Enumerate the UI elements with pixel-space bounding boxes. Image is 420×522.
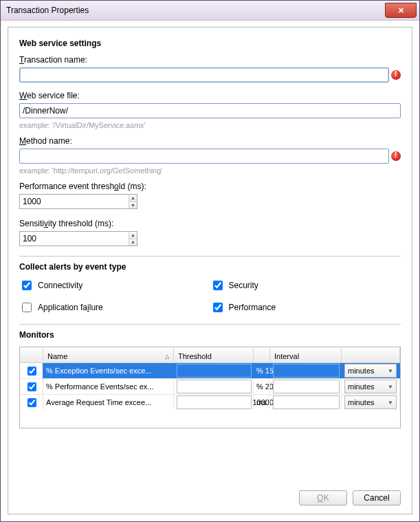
row-checkbox[interactable]: [20, 395, 43, 410]
close-button[interactable]: ✕: [385, 3, 417, 18]
chevron-down-icon: ▼: [388, 368, 393, 374]
row-checkbox[interactable]: [20, 379, 43, 394]
table-row[interactable]: Average Request Time excee...▲▼ms▲▼minut…: [20, 395, 400, 410]
section-monitors: Monitors: [19, 330, 401, 340]
table-header: Name△ Threshold Interval: [20, 347, 400, 363]
row-name: Average Request Time excee...: [43, 395, 174, 410]
chevron-up-icon[interactable]: ▲: [129, 232, 137, 239]
row-interval-unit[interactable]: minutes▼: [342, 395, 400, 410]
sensitivity-threshold-label: Sensitivity threshold (ms):: [19, 219, 401, 228]
sensitivity-threshold-input[interactable]: [20, 232, 129, 246]
row-threshold[interactable]: ▲▼: [174, 395, 254, 410]
row-name: % Performance Events/sec ex...: [43, 379, 174, 394]
row-unit: %: [254, 379, 270, 394]
sensitivity-threshold-spinner[interactable]: ▲▼: [19, 231, 137, 246]
row-interval-unit[interactable]: minutes▼: [342, 363, 400, 378]
web-service-file-label: Web service file:: [19, 91, 401, 100]
error-icon: [391, 70, 401, 80]
row-interval[interactable]: ▲▼: [270, 363, 342, 378]
error-icon: [391, 151, 401, 161]
row-interval[interactable]: ▲▼: [270, 379, 342, 394]
perf-threshold-input[interactable]: [20, 195, 129, 208]
table-row[interactable]: % Performance Events/sec ex...▲▼%▲▼minut…: [20, 379, 400, 395]
row-interval[interactable]: ▲▼: [270, 395, 342, 410]
performance-checkbox[interactable]: Performance: [210, 301, 401, 314]
header-threshold[interactable]: Threshold: [174, 347, 254, 362]
header-interval[interactable]: Interval: [270, 347, 342, 362]
method-name-input[interactable]: [19, 149, 389, 164]
web-service-file-input[interactable]: [19, 103, 401, 118]
row-checkbox[interactable]: [20, 363, 43, 378]
content-panel: Web service settings TTransaction name:r…: [8, 27, 412, 514]
perf-threshold-label: Performance event threshold (ms):: [19, 182, 401, 191]
method-name-hint: example: 'http://tempuri.org/GetSomethin…: [19, 166, 401, 175]
header-checkbox[interactable]: [20, 347, 43, 362]
row-threshold[interactable]: ▲▼: [174, 363, 254, 378]
row-interval-unit[interactable]: minutes▼: [342, 379, 400, 394]
web-service-file-hint: example: '/VirtualDir/MyService.asmx': [19, 121, 401, 129]
dialog-window: Transaction Properties ✕ Web service set…: [0, 0, 420, 522]
row-threshold[interactable]: ▲▼: [174, 379, 254, 394]
titlebar: Transaction Properties ✕: [1, 1, 419, 21]
chevron-up-icon[interactable]: ▲: [129, 195, 137, 202]
connectivity-checkbox[interactable]: Connectivity: [19, 279, 210, 292]
section-alerts: Collect alerts by event type: [19, 262, 401, 272]
monitors-table: Name△ Threshold Interval % Exception Eve…: [19, 347, 401, 428]
header-name[interactable]: Name△: [43, 347, 174, 362]
close-icon: ✕: [398, 6, 404, 15]
perf-threshold-spinner[interactable]: ▲▼: [19, 194, 137, 209]
transaction-name-label: TTransaction name:ransaction name:: [19, 55, 401, 65]
transaction-name-input[interactable]: [19, 67, 389, 83]
section-web-settings: Web service settings: [19, 39, 401, 48]
table-body: % Exception Events/sec exce...▲▼%▲▼minut…: [20, 363, 400, 410]
table-row[interactable]: % Exception Events/sec exce...▲▼%▲▼minut…: [20, 363, 400, 379]
separator: [19, 324, 401, 325]
row-unit: %: [254, 363, 270, 378]
chevron-down-icon: ▼: [388, 384, 393, 390]
separator: [19, 256, 401, 257]
row-unit: ms: [254, 395, 270, 410]
method-name-label: Method name:: [19, 136, 401, 146]
application-failure-checkbox[interactable]: Application failure: [19, 301, 210, 314]
window-title: Transaction Properties: [6, 6, 89, 15]
cancel-button[interactable]: Cancel: [353, 490, 401, 505]
chevron-down-icon: ▼: [388, 400, 393, 406]
chevron-down-icon[interactable]: ▼: [129, 202, 137, 209]
ok-button[interactable]: OK: [299, 490, 347, 505]
row-name: % Exception Events/sec exce...: [43, 363, 174, 378]
chevron-down-icon[interactable]: ▼: [129, 239, 137, 246]
sort-asc-icon: △: [165, 354, 169, 360]
security-checkbox[interactable]: Security: [210, 279, 401, 292]
